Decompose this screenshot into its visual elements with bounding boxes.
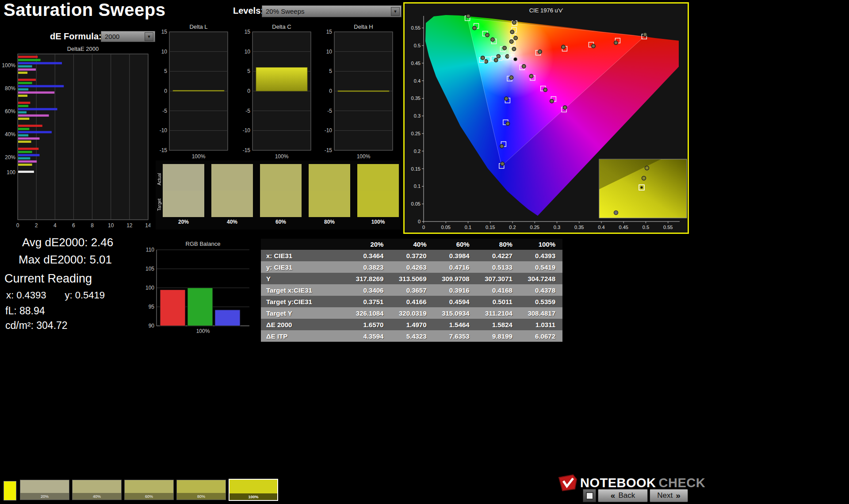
svg-text:4: 4 [54, 222, 57, 229]
svg-text:-15: -15 [160, 147, 168, 153]
table-cell: 311.2104 [477, 307, 520, 319]
table-row: Target Y326.1084320.0319315.0934311.2104… [261, 307, 562, 319]
table-cell: 326.1084 [348, 307, 390, 319]
table-header-cell: 100% [520, 239, 562, 250]
svg-text:15: 15 [245, 29, 251, 35]
table-row: Target x:CIE310.34060.36570.39160.41680.… [261, 284, 562, 296]
svg-text:100%: 100% [2, 62, 15, 69]
svg-text:0.4: 0.4 [598, 225, 604, 230]
svg-text:80%: 80% [5, 85, 15, 92]
max-de2000-reading: Max dE2000: 5.01 [19, 253, 112, 267]
deltae2000-bar-chart: DeltaE 200002468101214100%80%60%40%20%10… [0, 45, 150, 230]
svg-text:0.35: 0.35 [574, 225, 584, 230]
table-row-label: Target x:CIE31 [261, 284, 348, 296]
table-cell: 5.4323 [390, 330, 433, 342]
actual-target-swatch-strip: ActualTarget20%40%60%80%100% [156, 160, 400, 229]
table-cell: 4.3594 [348, 330, 390, 342]
svg-text:0.45: 0.45 [411, 61, 421, 66]
svg-text:0: 0 [418, 219, 421, 224]
table-cell: 0.3720 [390, 250, 433, 261]
saturation-swatch-label: 60% [125, 493, 173, 500]
current-x-value: x: 0.4393 [6, 290, 46, 301]
chevron-down-icon: ▼ [145, 32, 153, 41]
svg-text:5: 5 [247, 68, 250, 74]
rgb-balance-svg: RGB Balance1101051009590100% [141, 240, 255, 335]
table-row-label: y: CIE31 [261, 261, 348, 273]
table-cell: 9.8199 [477, 330, 520, 342]
current-patch-chip [4, 481, 16, 500]
levels-dropdown[interactable]: 20% Sweeps ▼ [262, 5, 402, 17]
delta-h-chart: Delta H151050-5-10-15100% [317, 23, 395, 162]
table-row-label: Y [261, 273, 348, 284]
swatch-target-60% [260, 191, 302, 217]
delta_l-svg: Delta L151050-5-10-15100% [153, 23, 230, 160]
saturation-swatch-80%[interactable]: 80% [176, 480, 226, 500]
saturation-swatch-label: 100% [229, 493, 277, 500]
logo-text-secondary: CHECK [659, 476, 706, 490]
table-row: Target y:CIE310.37510.41660.45940.50110.… [261, 296, 562, 307]
svg-text:0.3: 0.3 [554, 225, 560, 230]
saturation-swatch-label: 40% [73, 493, 121, 500]
svg-text:RGB Balance: RGB Balance [186, 241, 221, 247]
svg-text:100: 100 [145, 285, 154, 291]
saturation-swatch-60%[interactable]: 60% [124, 480, 174, 500]
svg-text:10: 10 [108, 222, 114, 229]
saturation-swatch-40%[interactable]: 40% [72, 480, 122, 500]
svg-text:0.5: 0.5 [642, 225, 649, 230]
window-button[interactable] [583, 489, 596, 502]
table-cell: 0.5419 [520, 261, 562, 273]
saturation-swatch-label: 20% [20, 493, 69, 500]
table-header-cell: 20% [348, 239, 390, 250]
saturation-swatch-20%[interactable]: 20% [20, 480, 69, 500]
table-cell: 1.4970 [390, 319, 433, 330]
table-cell: 0.3916 [434, 284, 477, 296]
table-row: Y317.8269313.5069309.9708307.3071304.724… [261, 273, 562, 284]
svg-text:0: 0 [247, 88, 250, 94]
delta-c-chart: Delta C151050-5-10-15100% [236, 23, 313, 162]
back-button[interactable]: « Back [598, 489, 648, 502]
svg-text:20%: 20% [5, 154, 15, 160]
svg-text:60%: 60% [5, 108, 15, 115]
swatch-actual-60% [260, 164, 302, 191]
swatch-row-label-target: Target [157, 192, 162, 217]
svg-text:Delta C: Delta C [272, 23, 291, 30]
svg-text:0.1: 0.1 [465, 225, 471, 230]
saturation-swatch-100%[interactable]: 100% [229, 479, 278, 501]
svg-text:0: 0 [164, 88, 167, 94]
table-cell: 317.8269 [348, 273, 390, 284]
swatch-label: 20% [163, 219, 204, 225]
table-header-cell: 60% [434, 239, 477, 250]
svg-text:DeltaE 2000: DeltaE 2000 [67, 46, 99, 52]
svg-text:0.05: 0.05 [411, 201, 421, 206]
table-cell: 0.3823 [348, 261, 390, 273]
next-button[interactable]: Next » [650, 489, 688, 502]
svg-text:0.25: 0.25 [411, 131, 421, 136]
svg-text:14: 14 [145, 222, 150, 229]
table-header-row: 20%40%60%80%100% [261, 239, 562, 250]
table-cell: 0.4166 [390, 296, 433, 307]
calibration-report-page: Saturation Sweeps Levels: 20% Sweeps ▼ d… [0, 0, 849, 504]
svg-text:15: 15 [326, 29, 333, 35]
swatch-pair-80% [309, 164, 350, 217]
svg-text:0: 0 [16, 222, 19, 229]
de-formula-dropdown[interactable]: 2000 ▼ [101, 31, 155, 42]
svg-text:0.15: 0.15 [411, 166, 421, 172]
table-cell: 1.5464 [434, 319, 477, 330]
current-luminance-reading: cd/m²: 304.72 [5, 320, 68, 332]
notebookcheck-check-icon [558, 474, 577, 492]
avg-de2000-reading: Avg dE2000: 2.46 [22, 236, 113, 249]
svg-text:Delta H: Delta H [354, 23, 373, 30]
svg-text:6: 6 [72, 222, 75, 229]
svg-text:2: 2 [35, 222, 38, 229]
svg-text:-15: -15 [325, 147, 333, 153]
saturation-swatch-label: 80% [177, 493, 226, 500]
table-cell: 0.3984 [434, 250, 477, 261]
svg-text:10: 10 [245, 49, 251, 55]
svg-text:15: 15 [161, 29, 168, 35]
delta_c-svg: Delta C151050-5-10-15100% [236, 23, 313, 160]
cie-overlay: 00.050.10.150.20.250.30.350.40.450.50.55… [405, 4, 688, 233]
svg-text:5: 5 [329, 68, 332, 74]
table-row: ΔE 20001.65701.49701.54641.58241.0311 [261, 319, 562, 330]
de-formula-label: dE Formula: [50, 31, 102, 42]
table-cell: 0.3406 [348, 284, 390, 296]
